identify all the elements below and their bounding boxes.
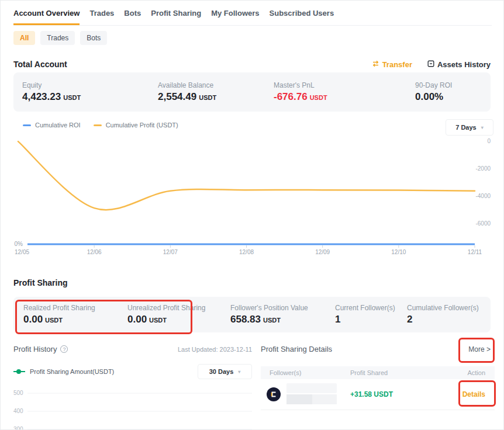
coin-logo-icon	[267, 387, 281, 401]
svg-text:12/05: 12/05	[15, 249, 29, 255]
profit-amount-legend-marker-icon	[13, 369, 25, 374]
svg-text:300: 300	[13, 426, 23, 430]
profit-history-header: Profit History ? Last Updated: 2023-12-1…	[13, 345, 252, 353]
filter-pills: All Trades Bots	[13, 31, 107, 45]
tab-trades[interactable]: Trades	[89, 8, 114, 25]
svg-text:12/06: 12/06	[87, 249, 102, 255]
total-account-header: Total Account Transfer Assets History	[13, 60, 491, 69]
profit-legend-dash-icon	[94, 124, 102, 126]
stat-equity: Equity 4,423.23USDT	[22, 72, 158, 112]
stat-masters-pnl: Master's PnL -676.76USDT	[274, 72, 415, 112]
account-overview-page: Account Overview Trades Bots Profit Shar…	[0, 0, 504, 430]
stat-cumulative-followers: Cumulative Follower(s) 2	[407, 297, 491, 332]
last-updated-label: Last Updated: 2023-12-11	[178, 346, 252, 353]
more-button[interactable]: More >	[468, 345, 493, 353]
table-row: +31.58 USDT Details	[261, 379, 495, 410]
tab-my-followers[interactable]: My Followers	[211, 8, 259, 25]
chevron-down-icon: ▾	[481, 125, 484, 130]
filter-bots[interactable]: Bots	[80, 31, 107, 45]
blurred-follower-name	[286, 383, 339, 406]
filter-trades[interactable]: Trades	[40, 31, 75, 45]
profit-shared-value: +31.58 USDT	[350, 390, 450, 398]
filter-all[interactable]: All	[13, 31, 35, 45]
table-header-row: Follower(s) Profit Shared Action	[261, 366, 495, 379]
range-selector-7-days[interactable]: 7 Days ▾	[446, 119, 493, 136]
stat-unrealized-profit-sharing: Unrealized Profit Sharing 0.00USDT	[127, 297, 230, 332]
help-icon[interactable]: ?	[60, 345, 68, 353]
svg-text:400: 400	[13, 408, 23, 414]
svg-text:0%: 0%	[15, 241, 23, 247]
profit-history-title: Profit History ?	[13, 345, 68, 353]
tab-subscribed-users[interactable]: Subscribed Users	[270, 8, 334, 25]
col-profit-shared: Profit Shared	[350, 369, 450, 376]
legend-cumulative-roi[interactable]: Cumulative ROI	[23, 122, 81, 129]
svg-text:12/10: 12/10	[391, 249, 406, 255]
svg-text:-2000: -2000	[475, 165, 491, 172]
chevron-down-icon: ▾	[238, 369, 240, 374]
range-selector-30-days[interactable]: 30 Days ▾	[198, 364, 252, 379]
stat-current-followers: Current Follower(s) 1	[335, 297, 407, 332]
stat-realized-profit-sharing: Realized Profit Sharing 0.00USDT	[23, 297, 127, 332]
assets-history-button[interactable]: Assets History	[427, 60, 491, 69]
col-followers: Follower(s)	[261, 369, 350, 376]
follower-avatar	[267, 387, 281, 401]
col-action: Action	[450, 369, 495, 376]
stat-followers-position-value: Follower's Position Value 658.83USDT	[230, 297, 335, 332]
svg-text:12/07: 12/07	[163, 249, 178, 255]
profit-history-legend[interactable]: Profit Sharing Amount(USDT)	[13, 368, 114, 375]
total-account-title: Total Account	[13, 60, 67, 69]
tab-profit-sharing[interactable]: Profit Sharing	[151, 8, 201, 25]
total-account-stats-card: Equity 4,423.23USDT Available Balance 2,…	[13, 72, 491, 112]
svg-text:500: 500	[13, 390, 23, 396]
stat-available-balance: Available Balance 2,554.49USDT	[158, 72, 274, 112]
transfer-button[interactable]: Transfer	[372, 60, 412, 69]
profit-sharing-title: Profit Sharing	[13, 278, 68, 287]
stat-90-day-roi: 90-Day ROI 0.00%	[415, 72, 491, 112]
svg-text:0: 0	[487, 138, 491, 144]
profit-sharing-details-title: Profit Sharing Details	[261, 345, 332, 353]
tab-account-overview[interactable]: Account Overview	[13, 8, 80, 25]
profit-history-chart[interactable]: 500400300	[13, 385, 252, 430]
tab-bots[interactable]: Bots	[124, 8, 141, 25]
svg-text:12/08: 12/08	[239, 249, 254, 255]
profit-sharing-details-header: Profit Sharing Details More >	[261, 345, 493, 353]
profit-sharing-details-table: Follower(s) Profit Shared Action +31.58 …	[261, 366, 495, 410]
follower-cell	[261, 383, 350, 406]
assets-history-document-icon	[427, 60, 434, 69]
svg-text:-6000: -6000	[475, 220, 491, 227]
legend-cumulative-profit[interactable]: Cumulative Profit (USDT)	[94, 122, 178, 129]
main-chart-legend: Cumulative ROI Cumulative Profit (USDT)	[23, 122, 178, 129]
svg-text:12/11: 12/11	[468, 249, 482, 255]
cumulative-roi-profit-chart[interactable]: 0-2000-4000-60000%12/0512/0612/0712/0812…	[13, 134, 492, 258]
transfer-swap-icon	[372, 60, 379, 69]
roi-legend-dash-icon	[23, 124, 31, 126]
svg-text:12/09: 12/09	[315, 249, 330, 255]
svg-text:-4000: -4000	[475, 193, 491, 199]
details-button[interactable]: Details	[450, 390, 495, 398]
profit-sharing-stats-card: Realized Profit Sharing 0.00USDT Unreali…	[13, 297, 491, 332]
top-tab-bar: Account Overview Trades Bots Profit Shar…	[13, 8, 492, 26]
